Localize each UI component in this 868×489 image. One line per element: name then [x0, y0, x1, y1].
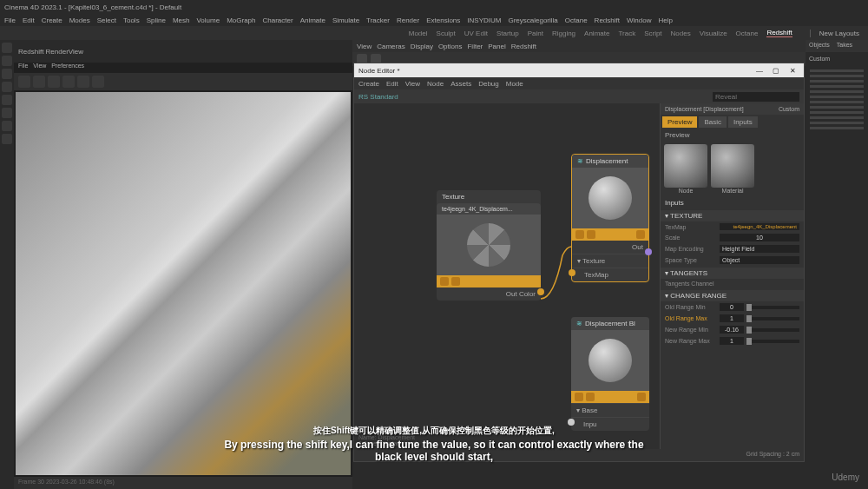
slider-5[interactable]	[810, 90, 864, 93]
vp-filter[interactable]: Filter	[467, 43, 483, 50]
tab-paint[interactable]: Paint	[528, 30, 543, 37]
menu-tools[interactable]: Tools	[123, 17, 140, 24]
menu-spline[interactable]: Spline	[147, 17, 166, 24]
render-viewport[interactable]	[16, 92, 351, 475]
menu-simulate[interactable]: Simulate	[332, 17, 359, 24]
slider-8[interactable]	[810, 106, 864, 109]
render-refresh-icon[interactable]	[48, 76, 60, 88]
slider-4[interactable]	[810, 85, 864, 88]
tab-sculpt[interactable]: Sculpt	[437, 30, 456, 37]
old-max-slider[interactable]	[746, 317, 799, 320]
menu-render[interactable]: Render	[397, 17, 419, 24]
section-change-range[interactable]: ▾ CHANGE RANGE	[661, 290, 804, 301]
scale-tool-icon[interactable]	[2, 69, 12, 79]
tab-takes[interactable]: Takes	[833, 40, 856, 52]
menu-window[interactable]: Window	[627, 17, 651, 24]
slider-1[interactable]	[810, 69, 864, 72]
menu-modes[interactable]: Modes	[69, 17, 90, 24]
menu-mesh[interactable]: Mesh	[173, 17, 190, 24]
menu-file[interactable]: File	[4, 17, 16, 24]
tab-basic[interactable]: Basic	[699, 116, 727, 128]
section-texture[interactable]: ▾ TEXTURE	[661, 210, 804, 221]
slider-6[interactable]	[810, 96, 864, 98]
inspector-mode[interactable]: Custom	[779, 106, 799, 112]
section-tangents[interactable]: ▾ TANGENTS	[661, 268, 804, 279]
texture-out-color[interactable]: Out Color	[437, 287, 541, 301]
displacement-bl-node[interactable]: ≋ Displacement Bl ▾ Base Inpu	[571, 317, 649, 431]
dispbl-menu-icon[interactable]	[637, 393, 646, 401]
disp-footer-icon2[interactable]	[587, 230, 595, 239]
render-play-icon[interactable]	[18, 76, 30, 88]
move-tool-icon[interactable]	[2, 43, 12, 53]
node-titlebar[interactable]: Node Editor * — ▢ ✕	[354, 63, 804, 77]
slider-7[interactable]	[810, 101, 864, 103]
menu-create[interactable]: Create	[42, 17, 62, 24]
slider-2[interactable]	[810, 75, 864, 77]
texture-node[interactable]: Texture te4jeegn_4K_Displacem... Out Col…	[437, 190, 541, 301]
render-menu-prefs[interactable]: Preferences	[51, 63, 84, 73]
vp-panel[interactable]: Panel	[488, 43, 505, 50]
close-icon[interactable]: ✕	[786, 65, 799, 76]
search-input[interactable]	[713, 92, 799, 102]
vp-options[interactable]: Options	[438, 43, 463, 50]
node-menu-edit[interactable]: Edit	[386, 80, 398, 88]
slider-11[interactable]	[810, 122, 864, 124]
edge-tool-icon[interactable]	[2, 121, 12, 131]
vp-view[interactable]: View	[357, 43, 372, 50]
slider-3[interactable]	[810, 80, 864, 83]
tex-footer-icon2[interactable]	[451, 277, 460, 286]
old-min-slider[interactable]	[746, 306, 799, 309]
render-lock-icon[interactable]	[77, 76, 89, 88]
tex-footer-icon[interactable]	[440, 277, 449, 286]
render-menu-view[interactable]: View	[33, 63, 46, 73]
old-max-value[interactable]: 1	[720, 314, 744, 322]
tab-redshift[interactable]: Redshift	[766, 29, 792, 37]
menu-tracker[interactable]: Tracker	[366, 17, 390, 24]
menu-octane[interactable]: Octane	[565, 17, 588, 24]
menu-extensions[interactable]: Extensions	[426, 17, 460, 24]
menu-redshift[interactable]: Redshift	[595, 17, 620, 24]
displacement-out[interactable]: Out	[572, 241, 648, 254]
dispbl-footer-icon2[interactable]	[586, 393, 595, 401]
menu-insydium[interactable]: INSYDIUM	[467, 17, 501, 24]
slider-9[interactable]	[810, 111, 864, 114]
new-min-slider[interactable]	[746, 328, 799, 332]
tab-track[interactable]: Track	[618, 30, 635, 37]
new-min-value[interactable]: -0.16	[720, 326, 744, 334]
menu-character[interactable]: Character	[263, 17, 293, 24]
new-max-value[interactable]: 1	[720, 337, 744, 345]
tab-visualize[interactable]: Visualize	[700, 30, 727, 37]
render-stop-icon[interactable]	[33, 76, 45, 88]
tab-model[interactable]: Model	[409, 30, 428, 37]
tab-startup[interactable]: Startup	[496, 30, 519, 37]
vp-cameras[interactable]: Cameras	[377, 43, 404, 50]
minimize-icon[interactable]: —	[753, 65, 766, 76]
node-menu-view[interactable]: View	[405, 80, 420, 88]
tab-octane[interactable]: Octane	[736, 30, 759, 37]
disp-menu-icon[interactable]	[636, 230, 645, 239]
lasso-tool-icon[interactable]	[2, 95, 12, 105]
menu-animate[interactable]: Animate	[300, 17, 326, 24]
scale-value[interactable]: 10	[720, 234, 799, 241]
right-mode[interactable]: Custom	[806, 52, 868, 65]
point-tool-icon[interactable]	[2, 134, 12, 144]
node-menu-node[interactable]: Node	[427, 80, 444, 88]
dispbl-footer-icon[interactable]	[575, 393, 583, 401]
disp-footer-icon[interactable]	[575, 230, 584, 239]
menu-mograph[interactable]: MoGraph	[227, 17, 255, 24]
menu-edit[interactable]: Edit	[23, 17, 35, 24]
maximize-icon[interactable]: ▢	[769, 65, 783, 76]
menu-select[interactable]: Select	[97, 17, 116, 24]
texmap-port[interactable]	[569, 269, 575, 276]
node-menu-debug[interactable]: Debug	[478, 80, 499, 88]
old-min-value[interactable]: 0	[720, 303, 744, 311]
menu-help[interactable]: Help	[658, 17, 672, 24]
tab-script[interactable]: Script	[644, 30, 661, 37]
disp-texmap-input[interactable]: TexMap	[572, 268, 648, 281]
new-layouts-button[interactable]: New Layouts	[810, 30, 859, 37]
render-region-icon[interactable]	[92, 76, 104, 88]
slider-10[interactable]	[810, 116, 864, 119]
menu-gsg[interactable]: Greyscalegorilla	[508, 17, 557, 24]
tab-preview[interactable]: Preview	[662, 116, 697, 128]
displacement-node[interactable]: ≋ Displacement Out ▾ Texture TexMap	[571, 154, 649, 282]
